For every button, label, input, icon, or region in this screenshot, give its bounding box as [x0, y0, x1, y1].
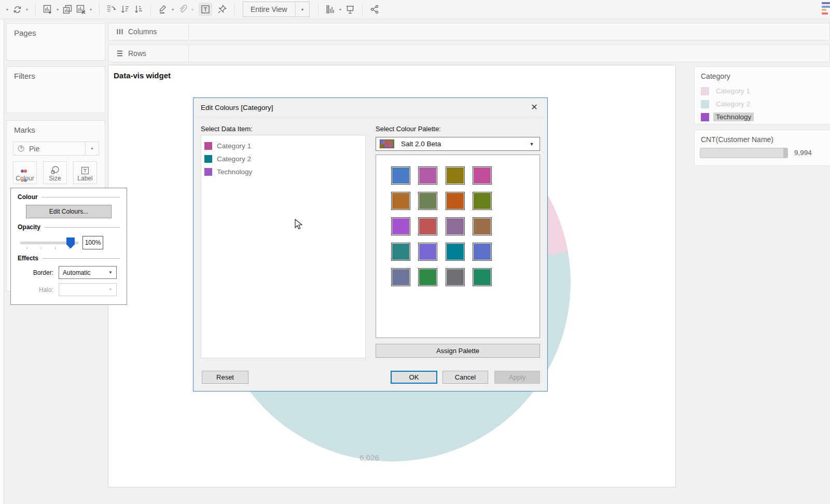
- highlight-icon[interactable]: [156, 3, 170, 16]
- highlight-dropdown-caret-icon[interactable]: ▾: [170, 3, 176, 16]
- filters-label: Filters: [7, 67, 105, 80]
- new-worksheet-icon[interactable]: [41, 3, 54, 16]
- toolbar-divider: [318, 3, 319, 16]
- show-cards-icon[interactable]: [324, 3, 337, 16]
- ok-button[interactable]: OK: [391, 371, 437, 384]
- toolbar-divider: [35, 3, 36, 16]
- legend-label: Category 2: [713, 100, 753, 108]
- palette-dropdown-caret-icon[interactable]: ▼: [524, 142, 540, 147]
- palette-colour-swatch[interactable]: [473, 243, 492, 261]
- filters-shelf[interactable]: Filters: [6, 66, 105, 113]
- palette-colour-swatch[interactable]: [418, 192, 437, 210]
- columns-shelf[interactable]: Columns: [108, 23, 830, 40]
- data-item-label: Category 2: [217, 155, 251, 163]
- mark-type-dropdown[interactable]: Pie ▾: [13, 142, 99, 156]
- palette-colour-swatch[interactable]: [473, 268, 492, 286]
- mark-type-caret-icon[interactable]: ▾: [85, 142, 99, 155]
- palette-colour-swatch[interactable]: [418, 243, 437, 261]
- size-button[interactable]: Size: [43, 161, 67, 184]
- dialog-title: Edit Colours [Category]: [201, 104, 273, 111]
- border-caret-icon: ▼: [105, 270, 116, 275]
- close-icon[interactable]: ✕: [529, 102, 540, 112]
- data-item-row[interactable]: Category 2: [201, 152, 365, 165]
- palette-colour-swatch[interactable]: [391, 217, 410, 235]
- legend-item[interactable]: Category 1: [695, 85, 830, 97]
- border-value: Automatic: [59, 269, 105, 276]
- legend-item[interactable]: Technology: [695, 110, 830, 123]
- toolbar-divider: [362, 3, 363, 16]
- view-mode-dropdown[interactable]: Entire View ▾: [243, 2, 310, 17]
- palette-colour-swatch[interactable]: [446, 268, 465, 286]
- data-item-swatch: [204, 142, 212, 150]
- label-button-label: Label: [77, 175, 92, 182]
- halo-label: Halo:: [11, 286, 59, 293]
- palette-colour-swatch[interactable]: [391, 243, 410, 261]
- opacity-slider[interactable]: [20, 242, 78, 244]
- sort-ascending-icon[interactable]: [118, 3, 132, 16]
- palette-colour-swatch[interactable]: [473, 192, 492, 210]
- colour-button[interactable]: Colour: [13, 161, 37, 184]
- colour-dots-icon: [21, 165, 27, 184]
- palette-colour-swatch[interactable]: [473, 166, 492, 185]
- palette-colour-swatch[interactable]: [418, 217, 437, 235]
- assign-palette-button[interactable]: Assign Palette: [376, 344, 540, 358]
- swap-axes-icon[interactable]: [105, 3, 118, 16]
- halo-dropdown[interactable]: ▼: [59, 283, 117, 296]
- reset-button[interactable]: Reset: [202, 371, 248, 384]
- undo-dropdown-caret-icon[interactable]: ▾: [4, 3, 10, 16]
- duplicate-sheet-icon[interactable]: [61, 3, 74, 16]
- data-item-row[interactable]: Technology: [201, 165, 365, 178]
- palette-colour-swatch[interactable]: [391, 268, 410, 286]
- pin-icon[interactable]: [215, 3, 229, 16]
- toolbar-divider: [99, 3, 100, 16]
- view-mode-value: Entire View: [243, 5, 295, 13]
- apply-button[interactable]: Apply: [494, 371, 540, 384]
- show-cards-dropdown-caret-icon[interactable]: ▾: [337, 3, 343, 16]
- palette-colour-swatch[interactable]: [418, 166, 437, 185]
- legend-item[interactable]: Category 2: [695, 97, 830, 110]
- rows-shelf-label: Rows: [128, 49, 146, 58]
- clear-sheet-dropdown-caret-icon[interactable]: ▾: [88, 3, 94, 16]
- paperclip-icon[interactable]: [176, 3, 189, 16]
- share-icon[interactable]: [368, 3, 381, 16]
- rows-icon: [116, 49, 124, 58]
- show-me-icon[interactable]: [822, 2, 830, 15]
- legend-title: Category: [695, 67, 830, 80]
- data-item-list[interactable]: Category 1Category 2Technology: [201, 135, 366, 358]
- pages-shelf[interactable]: Pages: [6, 23, 105, 61]
- rows-shelf[interactable]: Rows: [108, 45, 830, 62]
- edit-colours-button[interactable]: Edit Colours...: [26, 205, 112, 218]
- palette-colour-swatch[interactable]: [446, 217, 465, 235]
- opacity-value-box[interactable]: 100%: [82, 236, 103, 249]
- palette-colour-swatch[interactable]: [446, 192, 465, 210]
- palette-dropdown[interactable]: Salt 2.0 Beta ▼: [376, 137, 540, 151]
- palette-colour-swatch[interactable]: [391, 192, 410, 210]
- palette-colour-swatch[interactable]: [446, 166, 465, 185]
- border-dropdown[interactable]: Automatic ▼: [59, 266, 117, 279]
- text-label-icon[interactable]: [199, 3, 212, 16]
- presentation-mode-icon[interactable]: [343, 3, 357, 16]
- toolbar: ▾ ▾ ▾ ▾ ▾ ▾ Entire View ▾: [0, 0, 830, 19]
- new-worksheet-dropdown-caret-icon[interactable]: ▾: [54, 3, 61, 16]
- cancel-button[interactable]: Cancel: [442, 371, 488, 384]
- collapsed-data-pane-rail[interactable]: [0, 19, 4, 504]
- size-slider[interactable]: [700, 148, 788, 158]
- size-slider-handle[interactable]: [783, 148, 787, 158]
- palette-colour-swatch[interactable]: [446, 243, 465, 261]
- clear-sheet-icon[interactable]: [74, 3, 88, 16]
- palette-colour-swatch[interactable]: [391, 166, 410, 185]
- view-mode-caret-icon[interactable]: ▾: [296, 7, 309, 12]
- sort-descending-icon[interactable]: [132, 3, 145, 16]
- refresh-icon[interactable]: [10, 3, 24, 16]
- size-value: 9,994: [794, 149, 812, 157]
- data-item-swatch: [204, 155, 212, 163]
- palette-colour-swatch[interactable]: [473, 217, 492, 235]
- opacity-slider-handle[interactable]: [66, 237, 75, 249]
- palette-colour-swatch[interactable]: [418, 268, 437, 286]
- data-item-row[interactable]: Category 1: [201, 139, 365, 152]
- paperclip-dropdown-caret-icon[interactable]: ▾: [189, 3, 196, 16]
- refresh-dropdown-caret-icon[interactable]: ▾: [24, 3, 30, 16]
- legend-swatch: [701, 87, 709, 95]
- colour-options-popup: Colour Edit Colours... Opacity 100% Effe…: [10, 188, 127, 305]
- label-button[interactable]: Label: [73, 161, 97, 184]
